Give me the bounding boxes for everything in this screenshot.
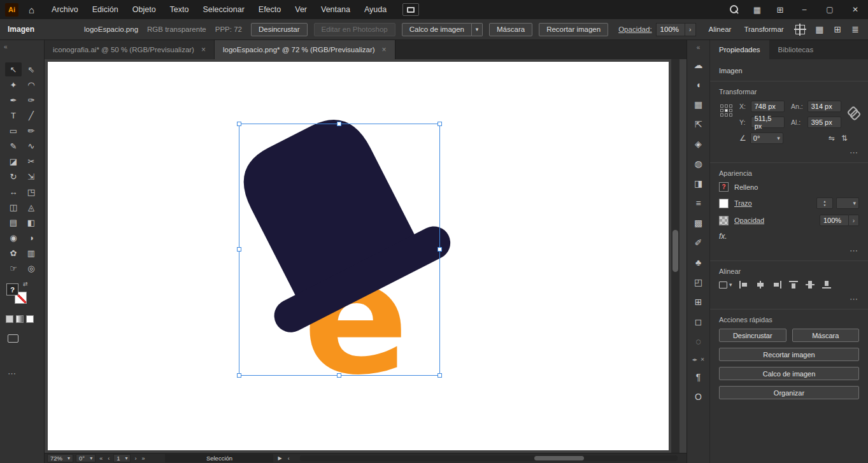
share-screen-icon[interactable] <box>402 3 419 16</box>
free-transform-tool[interactable]: ◳ <box>23 185 39 199</box>
refpoint-dot-active[interactable] <box>725 109 728 112</box>
color-themes-panel-icon[interactable]: ◖ <box>687 79 709 90</box>
opacity-input[interactable]: 100% <box>656 23 685 36</box>
scissors-tool[interactable]: ✂ <box>23 154 39 168</box>
restore-button[interactable]: ▢ <box>817 0 843 19</box>
shape-builder-tool[interactable]: ◫ <box>5 200 22 214</box>
paintbrush-tool[interactable]: ✏ <box>23 124 39 138</box>
x-input[interactable]: 748 px <box>751 101 785 112</box>
glyphs-panel-icon[interactable]: O <box>687 391 709 402</box>
opacity-chevron-icon[interactable]: › <box>849 215 859 226</box>
image-trace-button[interactable]: Calco de imagen <box>719 367 859 380</box>
y-input[interactable]: 511,5 px <box>751 117 785 128</box>
embed-button[interactable]: Desincrustar <box>251 23 308 36</box>
search-icon[interactable] <box>723 0 746 19</box>
menu-archivo[interactable]: Archivo <box>45 0 85 19</box>
lasso-tool[interactable]: ◠ <box>23 78 39 92</box>
refpoint-dot[interactable] <box>729 109 732 112</box>
rotation-select[interactable]: 0° ▾ <box>76 454 96 462</box>
grid-view-icon[interactable]: ▦ <box>815 24 823 34</box>
tab-bibliotecas[interactable]: Bibliotecas <box>769 40 823 59</box>
stroke-weight-stepper[interactable]: ▲ ▼ <box>816 197 833 209</box>
panel-group-controls[interactable]: ◂▸ ✕ <box>692 355 705 363</box>
gradient-button[interactable] <box>16 315 24 323</box>
width-input[interactable]: 314 px <box>808 101 841 112</box>
brushes-panel-icon[interactable]: ✐ <box>687 237 709 248</box>
stepper-down-icon[interactable]: ▼ <box>823 203 827 207</box>
opacity-chevron-icon[interactable]: › <box>685 23 696 36</box>
illustrator-app-icon[interactable]: Ai <box>5 3 18 17</box>
paragraph-panel-icon[interactable]: ¶ <box>687 371 709 383</box>
reference-point-widget[interactable] <box>720 104 734 118</box>
selection-bounding-box[interactable] <box>239 124 440 376</box>
tab-close-icon[interactable]: × <box>201 45 206 54</box>
align-to-dropdown[interactable]: ▾ <box>719 281 732 288</box>
align-menu-button[interactable]: Alinear <box>709 25 732 33</box>
embed-button[interactable]: Desincrustar <box>719 329 786 342</box>
minimize-button[interactable]: – <box>792 0 817 19</box>
align-left-icon[interactable] <box>739 280 749 289</box>
status-options-icon[interactable]: ▶ <box>278 455 281 461</box>
panel-group-close-icon[interactable]: ✕ <box>701 357 705 362</box>
appearance-panel-icon[interactable]: ◻ <box>687 316 709 327</box>
refpoint-dot[interactable] <box>725 104 728 108</box>
align-top-icon[interactable] <box>788 280 799 289</box>
link-dimensions-icon[interactable] <box>849 107 859 120</box>
align-bottom-icon[interactable] <box>822 280 832 289</box>
stroke-weight-dropdown[interactable]: ▾ <box>836 197 859 209</box>
transform-menu-button[interactable]: Transformar <box>744 25 783 33</box>
menu-texto[interactable]: Texto <box>163 0 196 19</box>
artboard-number-select[interactable]: 1 ▾ <box>113 454 131 462</box>
color-panel-icon[interactable]: ◈ <box>687 138 709 150</box>
rectangle-tool[interactable]: ▭ <box>5 124 22 138</box>
mask-button[interactable]: Máscara <box>489 23 532 36</box>
selection-tool[interactable]: ↖ <box>5 62 22 76</box>
stroke-swatch[interactable] <box>719 199 729 208</box>
direct-selection-tool[interactable]: ⇖ <box>23 62 39 76</box>
vertical-scrollbar-thumb[interactable] <box>672 230 678 272</box>
artboards-panel-icon[interactable]: ▦ <box>687 99 709 110</box>
arrange-documents-icon[interactable]: ▦ <box>746 0 769 19</box>
selection-handle[interactable] <box>237 373 241 378</box>
eyedropper-tool[interactable]: ◉ <box>5 231 22 245</box>
align-right-icon[interactable] <box>772 280 782 289</box>
opacity-input[interactable]: 100% <box>820 215 849 226</box>
selection-handle[interactable] <box>438 247 442 252</box>
menu-efecto[interactable]: Efecto <box>252 0 288 19</box>
workspace-switcher-icon[interactable]: ⊞ <box>769 0 792 19</box>
transform-more-options-icon[interactable]: ⋯ <box>719 148 859 157</box>
none-button[interactable] <box>26 315 34 323</box>
change-screen-mode-icon[interactable] <box>8 334 18 343</box>
opacity-label[interactable]: Opacidad: <box>618 25 651 33</box>
fill-swatch[interactable]: ? <box>6 283 18 296</box>
horizontal-scrollbar-thumb[interactable] <box>534 456 584 460</box>
stroke-label[interactable]: Trazo <box>734 199 752 207</box>
stroke-panel-icon[interactable]: ≡ <box>687 197 709 209</box>
previous-artboard-icon[interactable]: ‹ <box>106 455 111 462</box>
status-display[interactable]: Selección <box>165 454 273 462</box>
collapse-tools-icon[interactable]: « <box>4 43 8 50</box>
last-artboard-icon[interactable]: » <box>140 455 146 462</box>
refpoint-dot[interactable] <box>725 113 728 117</box>
close-button[interactable]: ✕ <box>843 0 868 19</box>
symbols-panel-icon[interactable]: ♣ <box>687 257 709 268</box>
fx-button[interactable]: fx. <box>719 232 859 241</box>
mesh-tool[interactable]: ▤ <box>5 215 22 229</box>
cc-libraries-panel-icon[interactable]: ☁ <box>687 59 709 71</box>
arrange-button[interactable]: Organizar <box>719 386 859 399</box>
swatches-panel-icon[interactable]: ▩ <box>687 217 709 229</box>
pen-tool[interactable]: ✒ <box>5 93 22 107</box>
menu-ayuda[interactable]: Ayuda <box>357 0 394 19</box>
menu-edicion[interactable]: Edición <box>85 0 125 19</box>
fill-swatch[interactable]: ? <box>719 182 729 192</box>
height-input[interactable]: 395 px <box>808 117 841 128</box>
zoom-select[interactable]: 72% ▾ <box>47 454 73 462</box>
menu-ventana[interactable]: Ventana <box>314 0 357 19</box>
type-tool[interactable]: T <box>5 108 22 122</box>
menu-ver[interactable]: Ver <box>288 0 314 19</box>
width-tool[interactable]: ↔ <box>5 185 22 199</box>
tab-propiedades[interactable]: Propiedades <box>710 40 769 59</box>
image-trace-button[interactable]: Calco de imagen <box>402 23 472 36</box>
refpoint-dot[interactable] <box>729 113 732 117</box>
curvature-tool[interactable]: ✑ <box>23 93 39 107</box>
